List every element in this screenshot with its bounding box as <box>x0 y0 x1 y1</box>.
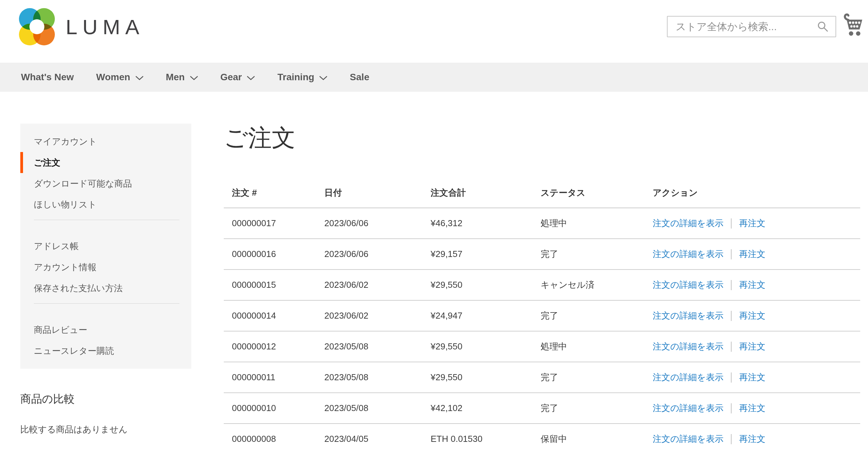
nav-item-label: Training <box>277 72 314 83</box>
compare-products-title: 商品の比較 <box>20 392 191 407</box>
order-status-cell: 完了 <box>541 239 653 270</box>
reorder-link[interactable]: 再注文 <box>739 310 765 321</box>
view-order-link[interactable]: 注文の詳細を表示 <box>653 218 723 228</box>
orders-table-header-row: 注文 #日付注文合計ステータスアクション <box>224 187 860 208</box>
column-header-1: 日付 <box>324 187 431 208</box>
order-total-cell: ETH 0.01530 <box>431 424 541 451</box>
order-date-cell: 2023/05/08 <box>324 331 431 362</box>
orders-table: 注文 #日付注文合計ステータスアクション 0000000172023/06/06… <box>224 187 860 451</box>
search-icon[interactable] <box>817 21 829 33</box>
sidebar-divider <box>34 303 179 315</box>
nav-item-whats-new[interactable]: What's New <box>21 72 74 83</box>
account-nav-item-4[interactable]: アドレス帳 <box>20 236 191 257</box>
order-total-cell: ¥29,550 <box>431 362 541 393</box>
order-date-cell: 2023/05/08 <box>324 393 431 424</box>
order-id-cell: 000000016 <box>224 239 324 270</box>
column-header-2: 注文合計 <box>431 187 541 208</box>
chevron-down-icon <box>135 76 144 81</box>
link-separator <box>731 311 732 321</box>
view-order-link[interactable]: 注文の詳細を表示 <box>653 372 723 382</box>
luma-logo[interactable]: LUMA <box>19 7 144 47</box>
reorder-link[interactable]: 再注文 <box>739 218 765 228</box>
order-date-cell: 2023/06/06 <box>324 239 431 270</box>
order-row: 0000000142023/06/02¥24,947完了注文の詳細を表示再注文 <box>224 300 860 331</box>
order-id-cell: 000000017 <box>224 208 324 239</box>
view-order-link[interactable]: 注文の詳細を表示 <box>653 310 723 321</box>
nav-item-label: Women <box>96 72 130 83</box>
account-nav-item-3[interactable]: ほしい物リスト <box>20 194 191 215</box>
nav-item-gear[interactable]: Gear <box>220 72 255 83</box>
column-header-4: アクション <box>653 187 860 208</box>
sidebar: マイアカウントご注文ダウンロード可能な商品ほしい物リストアドレス帳アカウント情報… <box>20 124 191 451</box>
reorder-link[interactable]: 再注文 <box>739 341 765 351</box>
link-separator <box>731 249 732 259</box>
reorder-link[interactable]: 再注文 <box>739 434 765 444</box>
view-order-link[interactable]: 注文の詳細を表示 <box>653 280 723 290</box>
content: マイアカウントご注文ダウンロード可能な商品ほしい物リストアドレス帳アカウント情報… <box>0 92 868 451</box>
nav-item-men[interactable]: Men <box>166 72 198 83</box>
order-total-cell: ¥29,550 <box>431 270 541 300</box>
order-row: 0000000102023/05/08¥42,102完了注文の詳細を表示再注文 <box>224 393 860 424</box>
chevron-down-icon <box>247 76 255 81</box>
view-order-link[interactable]: 注文の詳細を表示 <box>653 341 723 351</box>
reorder-link[interactable]: 再注文 <box>739 249 765 259</box>
main-column: ご注文 注文 #日付注文合計ステータスアクション 0000000172023/0… <box>224 124 860 451</box>
order-actions-cell: 注文の詳細を表示再注文 <box>653 208 860 239</box>
nav-item-women[interactable]: Women <box>96 72 144 83</box>
account-nav-item-6[interactable]: 保存された支払い方法 <box>20 278 191 299</box>
view-order-link[interactable]: 注文の詳細を表示 <box>653 249 723 259</box>
order-actions-cell: 注文の詳細を表示再注文 <box>653 424 860 451</box>
order-total-cell: ¥46,312 <box>431 208 541 239</box>
nav-item-training[interactable]: Training <box>277 72 327 83</box>
order-row: 0000000172023/06/06¥46,312処理中注文の詳細を表示再注文 <box>224 208 860 239</box>
account-nav-item-5[interactable]: アカウント情報 <box>20 257 191 278</box>
reorder-link[interactable]: 再注文 <box>739 280 765 290</box>
sidebar-divider <box>34 220 179 231</box>
order-date-cell: 2023/05/08 <box>324 362 431 393</box>
account-nav-item-8[interactable]: ニュースレター購読 <box>20 340 191 361</box>
order-id-cell: 000000008 <box>224 424 324 451</box>
search-input[interactable] <box>667 16 836 37</box>
link-separator <box>731 434 732 444</box>
account-nav-item-1[interactable]: ご注文 <box>20 152 191 173</box>
order-id-cell: 000000014 <box>224 300 324 331</box>
page: LUMA What's New <box>0 0 868 451</box>
column-header-3: ステータス <box>541 187 653 208</box>
reorder-link[interactable]: 再注文 <box>739 403 765 413</box>
order-status-cell: キャンセル済 <box>541 270 653 300</box>
cart-icon[interactable] <box>843 13 863 37</box>
order-actions-cell: 注文の詳細を表示再注文 <box>653 300 860 331</box>
main-nav: What's NewWomenMenGearTrainingSale <box>0 63 868 92</box>
chevron-down-icon <box>319 76 327 81</box>
order-total-cell: ¥24,947 <box>431 300 541 331</box>
header: LUMA <box>0 0 868 63</box>
search-box <box>667 16 836 37</box>
order-date-cell: 2023/04/05 <box>324 424 431 451</box>
link-separator <box>731 280 732 290</box>
account-nav-item-0[interactable]: マイアカウント <box>20 131 191 152</box>
order-total-cell: ¥29,550 <box>431 331 541 362</box>
account-nav: マイアカウントご注文ダウンロード可能な商品ほしい物リストアドレス帳アカウント情報… <box>20 124 191 369</box>
order-actions-cell: 注文の詳細を表示再注文 <box>653 393 860 424</box>
order-date-cell: 2023/06/02 <box>324 270 431 300</box>
order-actions-cell: 注文の詳細を表示再注文 <box>653 362 860 393</box>
link-separator <box>731 342 732 352</box>
account-nav-item-2[interactable]: ダウンロード可能な商品 <box>20 173 191 194</box>
order-status-cell: 完了 <box>541 393 653 424</box>
order-row: 0000000112023/05/08¥29,550完了注文の詳細を表示再注文 <box>224 362 860 393</box>
view-order-link[interactable]: 注文の詳細を表示 <box>653 403 723 413</box>
view-order-link[interactable]: 注文の詳細を表示 <box>653 434 723 444</box>
order-date-cell: 2023/06/02 <box>324 300 431 331</box>
column-header-0: 注文 # <box>224 187 324 208</box>
order-status-cell: 保留中 <box>541 424 653 451</box>
order-actions-cell: 注文の詳細を表示再注文 <box>653 331 860 362</box>
compare-empty-message: 比較する商品はありません <box>20 424 191 435</box>
nav-item-label: Men <box>166 72 185 83</box>
nav-item-sale[interactable]: Sale <box>350 72 369 83</box>
reorder-link[interactable]: 再注文 <box>739 372 765 382</box>
logo-text: LUMA <box>66 15 144 39</box>
account-nav-item-7[interactable]: 商品レビュー <box>20 319 191 340</box>
order-row: 0000000122023/05/08¥29,550処理中注文の詳細を表示再注文 <box>224 331 860 362</box>
order-row: 0000000152023/06/02¥29,550キャンセル済注文の詳細を表示… <box>224 270 860 300</box>
order-status-cell: 完了 <box>541 362 653 393</box>
